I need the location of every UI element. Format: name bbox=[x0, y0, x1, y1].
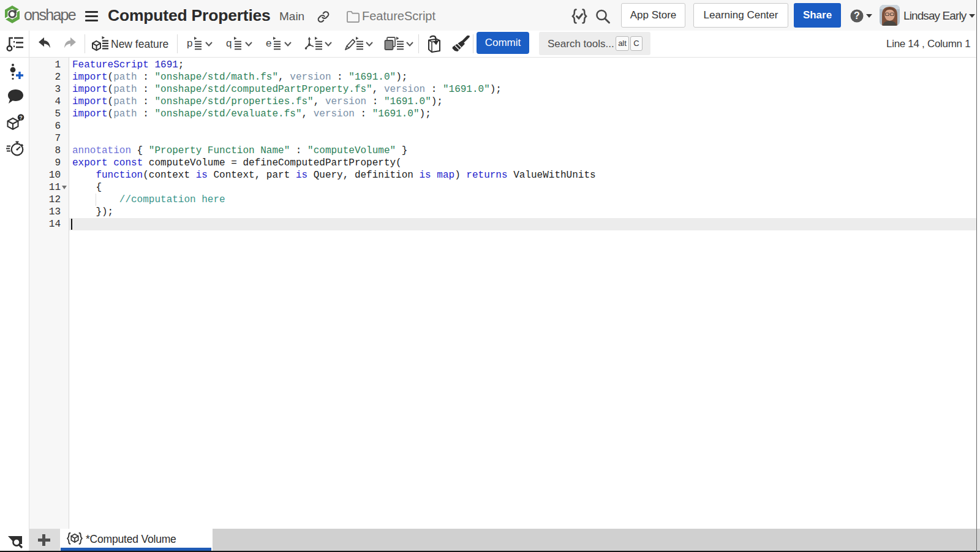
svg-text:?: ? bbox=[854, 10, 860, 21]
svg-text:?: ? bbox=[19, 115, 22, 121]
